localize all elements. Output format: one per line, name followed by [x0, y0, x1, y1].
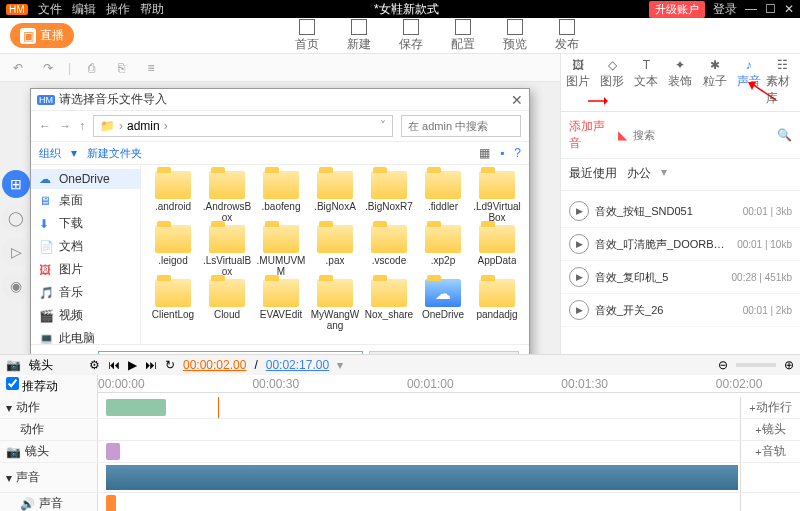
file-item[interactable]: .AndrowsBox: [201, 171, 253, 223]
add-lens-button[interactable]: + 镜头: [740, 419, 800, 440]
path-bar[interactable]: 📁 › admin › ˅: [93, 115, 393, 137]
file-item[interactable]: MyWangWang: [309, 279, 361, 331]
play-icon[interactable]: ▶: [569, 201, 589, 221]
side-图片[interactable]: 🖼图片: [31, 258, 140, 281]
file-item[interactable]: .LsVirtualBox: [201, 225, 253, 277]
play-icon[interactable]: ▶: [569, 267, 589, 287]
maximize-icon[interactable]: ☐: [765, 2, 776, 16]
main-tab-5[interactable]: 发布: [555, 19, 579, 53]
sound-item[interactable]: ▶音效_叮清脆声_DOORBELL00:01 | 10kb: [561, 228, 800, 261]
tl-prev-icon[interactable]: ⏮: [108, 358, 120, 372]
minimize-icon[interactable]: —: [745, 2, 757, 16]
side-视频[interactable]: 🎬视频: [31, 304, 140, 327]
file-item[interactable]: .baofeng: [255, 171, 307, 223]
menu-edit[interactable]: 编辑: [72, 1, 96, 18]
sound-item[interactable]: ▶音效_按钮_SND05100:01 | 3kb: [561, 195, 800, 228]
file-item[interactable]: .leigod: [147, 225, 199, 277]
file-item[interactable]: AppData: [471, 225, 523, 277]
add-action-button[interactable]: + 动作行: [740, 397, 800, 418]
add-sound-button[interactable]: 添加声音: [569, 118, 612, 152]
file-item[interactable]: ☁OneDrive: [417, 279, 469, 331]
tl-settings-icon[interactable]: ⚙: [89, 358, 100, 372]
collapse-icon[interactable]: ▾: [6, 471, 12, 485]
rp-tab-粒子[interactable]: ✱粒子: [698, 54, 732, 111]
zoom-slider[interactable]: [736, 363, 776, 367]
timeline-ruler[interactable]: 00:00:0000:00:3000:01:0000:01:3000:02:00: [98, 375, 800, 393]
file-item[interactable]: .BigNoxA: [309, 171, 361, 223]
add-audio-button[interactable]: + 音轨: [740, 441, 800, 462]
path-segment[interactable]: admin: [127, 119, 160, 133]
view-icon[interactable]: ▦: [479, 146, 490, 160]
time-current[interactable]: 00:00:02.00: [183, 358, 246, 372]
side-文档[interactable]: 📄文档: [31, 235, 140, 258]
organize-button[interactable]: 组织: [39, 146, 61, 161]
zoom-in-icon[interactable]: ⊕: [784, 358, 794, 372]
main-tab-0[interactable]: 首页: [295, 19, 319, 53]
upgrade-button[interactable]: 升级账户: [649, 1, 705, 18]
login-link[interactable]: 登录: [713, 1, 737, 18]
rp-tab-图形[interactable]: ◇图形: [595, 54, 629, 111]
tl-loop-icon[interactable]: ↻: [165, 358, 175, 372]
side-此电脑[interactable]: 💻此电脑: [31, 327, 140, 344]
file-item[interactable]: .android: [147, 171, 199, 223]
side-OneDrive[interactable]: ☁OneDrive: [31, 169, 140, 189]
file-item[interactable]: .BigNoxR7: [363, 171, 415, 223]
file-item[interactable]: EVAVEdit: [255, 279, 307, 331]
file-item[interactable]: .xp2p: [417, 225, 469, 277]
play-tool-icon[interactable]: ▷: [2, 238, 30, 266]
play-icon[interactable]: ▶: [569, 234, 589, 254]
file-item[interactable]: .pax: [309, 225, 361, 277]
collapse-icon[interactable]: ▾: [6, 401, 12, 415]
view-icon[interactable]: ▪: [500, 146, 504, 160]
file-item[interactable]: Nox_share: [363, 279, 415, 331]
tl-play-icon[interactable]: ▶: [128, 358, 137, 372]
new-folder-button[interactable]: 新建文件夹: [87, 146, 142, 161]
file-item[interactable]: .vscode: [363, 225, 415, 277]
nav-back-icon[interactable]: ←: [39, 119, 51, 133]
dialog-close-icon[interactable]: ✕: [511, 92, 523, 108]
tl-lens-label[interactable]: 镜头: [29, 357, 53, 374]
menu-file[interactable]: 文件: [38, 1, 62, 18]
menu-help[interactable]: 帮助: [140, 1, 164, 18]
file-item[interactable]: ClientLog: [147, 279, 199, 331]
file-item[interactable]: .fiddler: [417, 171, 469, 223]
rp-tab-声音[interactable]: ♪声音: [732, 54, 766, 111]
main-tab-4[interactable]: 预览: [503, 19, 527, 53]
side-音乐[interactable]: 🎵音乐: [31, 281, 140, 304]
tl-next-icon[interactable]: ⏭: [145, 358, 157, 372]
live-button[interactable]: ▣ 直播: [10, 23, 74, 48]
search-icon[interactable]: 🔍: [777, 128, 792, 142]
tl-lens-icon[interactable]: 📷: [6, 358, 21, 372]
sound-item[interactable]: ▶音效_复印机_500:28 | 451kb: [561, 261, 800, 294]
tool-icon[interactable]: ≡: [141, 58, 161, 78]
file-item[interactable]: .MUMUVMM: [255, 225, 307, 277]
main-tab-1[interactable]: 新建: [347, 19, 371, 53]
time-total[interactable]: 00:02:17.00: [266, 358, 329, 372]
tool-icon[interactable]: ⎙: [81, 58, 101, 78]
rp-tab-素材库[interactable]: ☷素材库: [766, 54, 800, 111]
file-item[interactable]: pandadjg: [471, 279, 523, 331]
file-item[interactable]: .Ld9VirtualBox: [471, 171, 523, 223]
track-sound[interactable]: [98, 463, 740, 492]
undo-icon[interactable]: ↶: [8, 58, 28, 78]
track-action[interactable]: [98, 397, 740, 418]
close-icon[interactable]: ✕: [784, 2, 794, 16]
side-桌面[interactable]: 🖥桌面: [31, 189, 140, 212]
main-tab-2[interactable]: 保存: [399, 19, 423, 53]
filter-recent[interactable]: 最近使用: [569, 163, 617, 186]
track-action-sub[interactable]: [98, 419, 740, 440]
search-input[interactable]: [633, 129, 771, 141]
zoom-out-icon[interactable]: ⊖: [718, 358, 728, 372]
grid-tool-icon[interactable]: ⊞: [2, 170, 30, 198]
circle-tool-icon[interactable]: ◯: [2, 204, 30, 232]
file-item[interactable]: Cloud: [201, 279, 253, 331]
nav-fwd-icon[interactable]: →: [59, 119, 71, 133]
rp-tab-文本[interactable]: T文本: [629, 54, 663, 111]
main-tab-3[interactable]: 配置: [451, 19, 475, 53]
menu-action[interactable]: 操作: [106, 1, 130, 18]
rp-tab-图片[interactable]: 🖼图片: [561, 54, 595, 111]
tool-icon[interactable]: ⎘: [111, 58, 131, 78]
filter-office[interactable]: 办公: [627, 163, 651, 186]
nav-up-icon[interactable]: ↑: [79, 119, 85, 133]
sound-item[interactable]: ▶音效_开关_2600:01 | 2kb: [561, 294, 800, 327]
